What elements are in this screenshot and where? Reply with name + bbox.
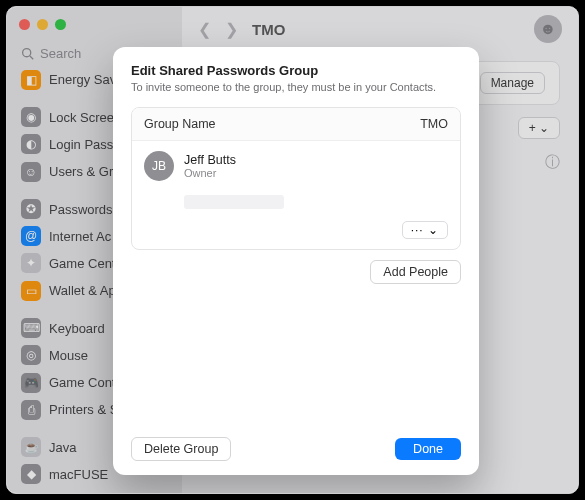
member-more-button[interactable]: ··· ⌄	[402, 221, 448, 239]
sheet-subtitle: To invite someone to the group, they mus…	[131, 81, 461, 93]
settings-window: Search ◧Energy Sav ◉Lock Screen ◐Login P…	[6, 6, 579, 494]
group-name-value: TMO	[420, 117, 448, 131]
group-name-label: Group Name	[144, 117, 216, 131]
sheet-title: Edit Shared Passwords Group	[131, 63, 461, 78]
member-row: JB Jeff Butts Owner	[132, 140, 460, 187]
delete-group-button[interactable]: Delete Group	[131, 437, 231, 461]
member-detail-placeholder	[132, 187, 460, 221]
add-people-button[interactable]: Add People	[370, 260, 461, 284]
group-name-row[interactable]: Group Name TMO	[132, 108, 460, 140]
member-avatar: JB	[144, 151, 174, 181]
edit-group-sheet: Edit Shared Passwords Group To invite so…	[113, 47, 479, 475]
group-box: Group Name TMO JB Jeff Butts Owner ··· ⌄	[131, 107, 461, 250]
done-button[interactable]: Done	[395, 438, 461, 460]
member-name: Jeff Butts	[184, 153, 236, 167]
member-role: Owner	[184, 167, 236, 179]
